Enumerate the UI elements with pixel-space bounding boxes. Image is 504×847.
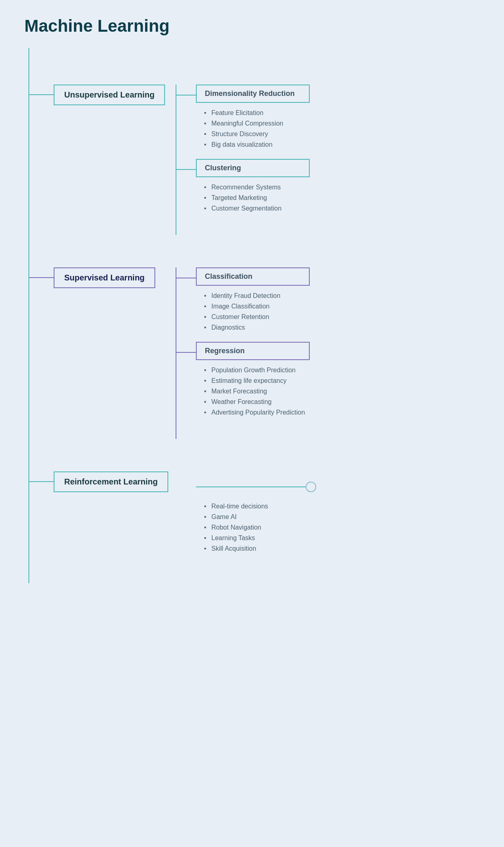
dimensionality-reduction-box: Dimensionality Reduction <box>196 85 310 103</box>
supervised-section: Supervised Learning Classification Ident… <box>29 251 316 455</box>
reinforcement-box: Reinforcement Learning <box>54 471 168 492</box>
list-item: Skill Acquisition <box>204 543 316 554</box>
list-item: Identity Fraud Detection <box>204 291 316 301</box>
clustering-list: Recommender Systems Targeted Marketing C… <box>196 177 316 219</box>
list-item: Image Classification <box>204 301 316 312</box>
regression-section: Regression Population Growth Prediction … <box>176 342 316 439</box>
list-item: Robot Navigation <box>204 522 316 533</box>
reinforcement-list: Real-time decisions Game AI Robot Naviga… <box>176 496 316 559</box>
ml-diagram: Unsupervised Learning .sub-section.teal-… <box>28 48 316 583</box>
list-item: Big data visualization <box>204 139 316 150</box>
list-item: Real-time decisions <box>204 501 316 512</box>
supervised-right: Classification Identity Fraud Detection … <box>176 251 316 439</box>
supervised-h-connector <box>29 277 54 278</box>
list-item: Recommender Systems <box>204 182 316 193</box>
list-item: Estimating life expectancy <box>204 376 316 386</box>
regression-box: Regression <box>196 342 310 360</box>
list-item: Feature Elicitation <box>204 108 316 118</box>
classification-list: Identity Fraud Detection Image Classific… <box>196 286 316 338</box>
reinforcement-circle <box>306 482 316 492</box>
classification-section: Classification Identity Fraud Detection … <box>176 267 316 338</box>
page-title: Machine Learning <box>24 16 316 36</box>
reinforcement-h-line <box>196 486 306 487</box>
list-item: Population Growth Prediction <box>204 365 316 376</box>
unsupervised-right: .sub-section.teal-s::before { border-col… <box>176 68 316 235</box>
list-item: Game AI <box>204 512 316 522</box>
list-item: Customer Segmentation <box>204 203 316 214</box>
clustering-section: Clustering Recommender Systems Targeted … <box>176 159 316 235</box>
list-item: Advertising Popularity Prediction <box>204 407 316 418</box>
list-item: Targeted Marketing <box>204 193 316 203</box>
unsupervised-box: Unsupervised Learning <box>54 85 165 105</box>
list-item: Structure Discovery <box>204 129 316 139</box>
supervised-box: Supervised Learning <box>54 267 155 288</box>
list-item: Diagnostics <box>204 322 316 333</box>
unsupervised-h-connector <box>29 94 54 95</box>
regression-list: Population Growth Prediction Estimating … <box>196 360 316 423</box>
reinforcement-right: Real-time decisions Game AI Robot Naviga… <box>176 455 316 563</box>
list-item: Market Forecasting <box>204 386 316 397</box>
dimensionality-reduction-list: Feature Elicitation Meaningful Compressi… <box>196 103 316 155</box>
unsupervised-section: Unsupervised Learning .sub-section.teal-… <box>29 48 316 251</box>
list-item: Customer Retention <box>204 312 316 322</box>
list-item: Meaningful Compression <box>204 118 316 129</box>
reinforcement-h-connector <box>29 481 54 482</box>
list-item: Learning Tasks <box>204 533 316 543</box>
clustering-box: Clustering <box>196 159 310 177</box>
dimensionality-reduction-section: .sub-section.teal-s::before { border-col… <box>176 85 316 155</box>
classification-box: Classification <box>196 267 310 286</box>
reinforcement-section: Reinforcement Learning Real-time decisio… <box>29 455 316 583</box>
list-item: Weather Forecasting <box>204 397 316 407</box>
